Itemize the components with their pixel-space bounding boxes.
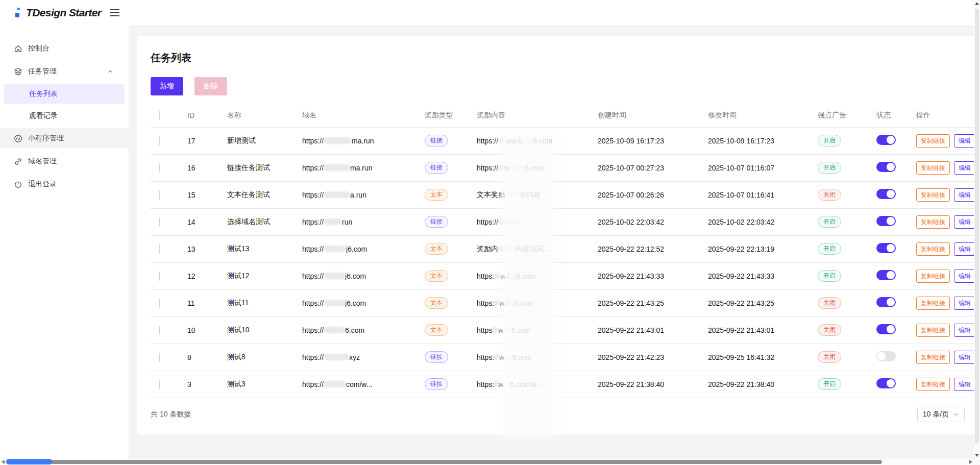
copy-link-button[interactable]: 复制链接 [916,351,950,364]
cell-checkbox [151,344,182,371]
cell-created-time: 2025-10-07 00:26:26 [593,181,703,208]
redacted-text [498,137,506,144]
delete-button[interactable]: 删除 [194,77,227,95]
vertical-scrollbar[interactable] [974,0,980,459]
sidebar-item-miniprogram-management[interactable]: 小程序管理 [0,128,129,149]
task-list-card: 任务列表 新增 删除 ID名称域名奖励类型奖励内容创建时间修改时间强点广告状态操… [137,36,974,434]
copy-link-button[interactable]: 复制链接 [916,161,950,175]
copy-link-button[interactable]: 复制链接 [916,134,950,148]
cell-text: 6.com [345,326,364,334]
cell-reward-content: 文本奖励动内容 [472,181,593,208]
cell-text: xyz [349,353,360,361]
sidebar-item-console[interactable]: 控制台 [0,38,129,59]
status-toggle[interactable] [876,216,896,226]
sidebar-item-watch-records[interactable]: 观看记录 [0,106,129,126]
header-cell-4: 奖励内容 [472,104,593,127]
copy-link-button[interactable]: 复制链接 [916,188,950,202]
edit-button[interactable]: 编辑 [954,324,974,337]
cell-text: 奖励内 [477,244,498,253]
row-checkbox[interactable] [159,380,160,389]
redacted-text [494,300,499,306]
scroll-right-arrow-icon[interactable] [969,460,972,464]
logo-text: TDesign Starter [26,7,101,19]
scroll-down-arrow-icon[interactable] [975,454,979,457]
horizontal-scrollbar[interactable] [0,459,974,465]
status-toggle[interactable] [876,378,896,388]
cell-text: w.l [500,272,508,280]
status-toggle[interactable] [876,270,896,280]
edit-button[interactable]: 编辑 [954,215,974,229]
sidebar-item-task-list[interactable]: 任务列表 [4,84,125,104]
edit-button[interactable]: 编辑 [954,188,974,202]
cell-checkbox [151,208,182,235]
copy-link-button[interactable]: 复制链接 [916,215,950,229]
edit-button[interactable]: 编辑 [954,378,974,391]
cell-checkbox [151,127,182,154]
cell-status [871,154,911,181]
total-count-label: 共 10 条数据 [151,410,191,419]
header-cell-1: 名称 [222,104,297,127]
row-checkbox[interactable] [159,244,160,254]
row-checkbox[interactable] [159,272,160,281]
add-button[interactable]: 新增 [151,77,183,95]
cell-reward-content: httpsw.6.com [472,316,593,344]
row-checkbox[interactable] [159,217,160,227]
row-checkbox[interactable] [159,163,160,173]
copy-link-button[interactable]: 复制链接 [916,270,950,283]
status-toggle[interactable] [876,351,896,361]
row-checkbox[interactable] [159,353,160,362]
scroll-up-arrow-icon[interactable] [975,2,979,5]
row-checkbox[interactable] [159,190,160,200]
vertical-scrollbar-thumb[interactable] [975,9,979,444]
cell-reward-type: 文本 [420,235,472,262]
cell-text: https:// [477,218,498,226]
cell-name: 选择域名测试 [222,208,297,235]
cell-text: w. [499,353,506,361]
menu-collapse-icon[interactable] [110,9,119,16]
redacted-text [324,327,345,333]
row-checkbox[interactable] [159,136,160,145]
copy-link-button[interactable]: 复制链接 [916,324,950,337]
cell-domain: https://ma.run [297,154,420,181]
status-toggle[interactable] [876,162,896,172]
row-checkbox[interactable] [159,299,160,308]
copy-link-button[interactable]: 复制链接 [916,378,950,391]
status-toggle[interactable] [876,135,896,145]
cell-reward-content: https:// [472,208,593,235]
home-icon [14,44,22,53]
copy-link-button[interactable]: 复制链接 [916,242,950,256]
redacted-text [324,164,350,171]
row-checkbox[interactable] [159,326,160,335]
sidebar-item-logout[interactable]: 退出登录 [0,174,129,194]
scroll-left-arrow-icon[interactable] [2,460,5,464]
edit-button[interactable]: 编辑 [954,161,974,175]
page-size-select[interactable]: 10 条/页 [917,407,965,422]
cell-id: 8 [182,344,222,371]
redacted-text [324,381,346,387]
redacted-text [509,273,515,279]
edit-button[interactable]: 编辑 [954,134,974,148]
edit-button[interactable]: 编辑 [954,351,974,364]
cell-reward-type: 文本 [420,289,472,316]
edit-button[interactable]: 编辑 [954,297,974,310]
scrollbar-corner [974,459,980,465]
edit-button[interactable]: 编辑 [954,270,974,283]
cell-reward-type: 链接 [420,208,472,235]
status-toggle[interactable] [876,324,896,334]
select-all-checkbox[interactable] [159,111,160,120]
redacted-text [498,245,516,252]
status-toggle[interactable] [876,189,896,199]
cell-actions: 复制链接编辑 [911,208,974,235]
status-toggle[interactable] [876,297,896,307]
main-content: 任务列表 新增 删除 ID名称域名奖励类型奖励内容创建时间修改时间强点广告状态操… [129,25,974,459]
cell-text: 6.com/w... [510,380,542,388]
edit-button[interactable]: 编辑 [954,242,974,256]
header-cell-7: 强点广告 [813,104,871,127]
copy-link-button[interactable]: 复制链接 [916,297,950,310]
sidebar-item-domain-management[interactable]: 域名管理 [0,151,129,172]
sidebar-item-task-management[interactable]: 任务管理 [0,61,129,82]
horizontal-scrollbar-thumb[interactable] [8,460,882,464]
redacted-text [324,137,352,144]
cell-text: 6.com [533,137,552,145]
status-toggle[interactable] [876,243,896,253]
